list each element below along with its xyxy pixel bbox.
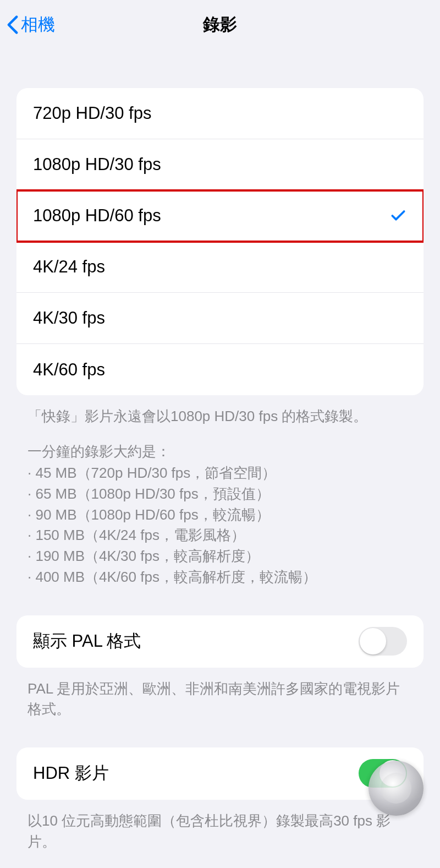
size-bullet: · 150 MB（4K/24 fps，電影風格） — [28, 525, 413, 546]
check-icon — [389, 207, 407, 225]
size-bullet: · 400 MB（4K/60 fps，較高解析度，較流暢） — [28, 567, 413, 588]
resolution-row[interactable]: 4K/24 fps — [16, 242, 424, 293]
pal-label: 顯示 PAL 格式 — [33, 630, 141, 653]
hdr-footer: 以10 位元高動態範圍（包含杜比視界）錄製最高30 fps 影片。 — [28, 811, 413, 852]
resolution-row[interactable]: 720p HD/30 fps — [16, 88, 424, 139]
resolution-row[interactable]: 4K/60 fps — [16, 344, 424, 395]
hdr-label: HDR 影片 — [33, 762, 109, 785]
pal-section: 顯示 PAL 格式 — [16, 615, 424, 668]
resolution-label: 4K/24 fps — [33, 257, 105, 277]
back-button[interactable]: 相機 — [7, 13, 55, 36]
size-bullet: · 90 MB（1080p HD/60 fps，較流暢） — [28, 505, 413, 526]
resolution-label: 720p HD/30 fps — [33, 103, 151, 123]
page-title: 錄影 — [203, 13, 237, 36]
size-bullet: · 190 MB（4K/30 fps，較高解析度） — [28, 546, 413, 567]
resolution-section: 720p HD/30 fps1080p HD/30 fps1080p HD/60… — [16, 88, 424, 395]
resolution-row[interactable]: 1080p HD/30 fps — [16, 139, 424, 190]
back-label: 相機 — [21, 13, 55, 36]
size-intro: 一分鐘的錄影大約是： — [28, 441, 413, 462]
chevron-left-icon — [7, 15, 19, 35]
resolution-label: 1080p HD/60 fps — [33, 206, 161, 226]
hdr-row[interactable]: HDR 影片 — [16, 747, 424, 800]
size-footer: 一分鐘的錄影大約是： · 45 MB（720p HD/30 fps，節省空間）·… — [28, 441, 413, 588]
quicktake-footer: 「快錄」影片永遠會以1080p HD/30 fps 的格式錄製。 — [28, 406, 413, 427]
assistivetouch-button[interactable] — [369, 761, 424, 816]
size-bullet: · 45 MB（720p HD/30 fps，節省空間） — [28, 463, 413, 484]
resolution-row[interactable]: 4K/30 fps — [16, 293, 424, 344]
pal-footer: PAL 是用於亞洲、歐洲、非洲和南美洲許多國家的電視影片格式。 — [28, 679, 413, 720]
navbar: 相機 錄影 — [0, 0, 440, 50]
size-bullet: · 65 MB（1080p HD/30 fps，預設值） — [28, 484, 413, 505]
pal-toggle[interactable] — [359, 627, 407, 656]
resolution-label: 4K/30 fps — [33, 308, 105, 328]
hdr-section: HDR 影片 — [16, 747, 424, 800]
resolution-row[interactable]: 1080p HD/60 fps — [16, 190, 424, 242]
resolution-label: 1080p HD/30 fps — [33, 155, 161, 174]
pal-row[interactable]: 顯示 PAL 格式 — [16, 615, 424, 668]
resolution-label: 4K/60 fps — [33, 360, 105, 380]
